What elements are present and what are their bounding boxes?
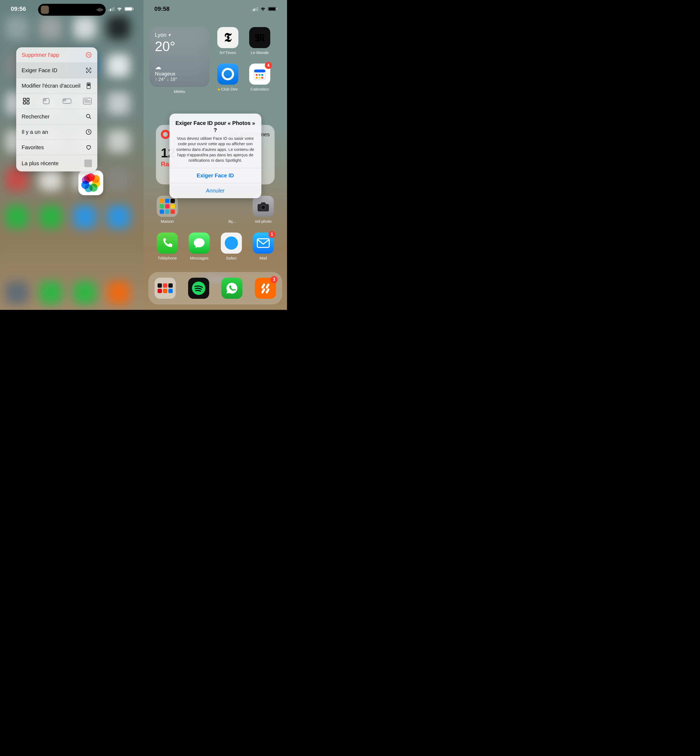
ctx-most-recent[interactable]: La plus récente [16, 155, 97, 171]
heart-icon [85, 144, 92, 150]
svg-point-34 [261, 205, 266, 210]
spotify-icon [188, 278, 209, 299]
phone-icon [157, 233, 178, 254]
svg-rect-11 [23, 102, 26, 104]
safari-icon [221, 233, 242, 254]
calendars-icon: 4 [249, 64, 270, 85]
app-lemonde[interactable]: 𝕸 Le Monde [248, 27, 272, 58]
app-nytimes[interactable]: 𝕿 NYTimes [216, 27, 240, 58]
ctx-delete-app[interactable]: Supprimer l'app [16, 47, 97, 63]
app-label: liq… [224, 219, 241, 224]
alert-confirm-button[interactable]: Exiger Face ID [169, 168, 261, 183]
folder-icon [155, 278, 176, 299]
ctx-label: Modifier l'écran d'accueil [22, 83, 81, 89]
dock-whatsapp[interactable] [220, 278, 244, 299]
ctx-year-ago[interactable]: Il y a un an [16, 124, 97, 140]
whatsapp-icon [221, 278, 242, 299]
search-icon [85, 113, 92, 120]
svg-point-2 [88, 69, 88, 70]
app-clipped-1[interactable]: liq… [224, 196, 241, 224]
app-label: Club Dev [218, 87, 238, 91]
weather-temp: 20° [155, 39, 204, 54]
wifi-icon [260, 7, 266, 11]
svg-rect-31 [256, 77, 257, 78]
svg-rect-12 [27, 102, 29, 104]
svg-rect-32 [259, 77, 260, 78]
widget-size-medium-icon[interactable] [62, 97, 72, 105]
orange-app-icon: 3 [255, 278, 276, 299]
app-safari[interactable]: Safari [219, 233, 243, 260]
widget-size-small-icon[interactable] [22, 97, 31, 105]
dock: 3 [148, 272, 282, 304]
app-label: Maison [155, 219, 179, 224]
ctx-label: Exiger Face ID [22, 67, 57, 74]
status-bar: 09:58 [144, 5, 287, 13]
svg-rect-4 [87, 83, 91, 89]
svg-rect-42 [266, 283, 270, 289]
svg-rect-25 [224, 73, 232, 75]
messages-icon [189, 233, 210, 254]
svg-rect-37 [257, 239, 269, 247]
ctx-require-faceid[interactable]: Exiger Face ID [16, 63, 97, 78]
app-calendars[interactable]: 4 Calendars [248, 64, 272, 94]
app-clubdev[interactable]: Club Dev [216, 64, 240, 94]
ctx-search[interactable]: Rechercher [16, 109, 97, 124]
svg-rect-9 [23, 98, 26, 100]
ctx-label: La plus récente [22, 160, 59, 167]
svg-rect-28 [256, 74, 257, 76]
lemonde-icon: 𝕸 [249, 27, 270, 48]
app-label: Calendars [250, 87, 269, 91]
camera-icon [253, 196, 274, 217]
wifi-icon [117, 7, 122, 11]
dock-app-orange[interactable]: 3 [253, 278, 277, 299]
badge: 3 [270, 276, 278, 283]
cellular-icon [252, 7, 258, 11]
widget-label: Météo [174, 89, 185, 94]
app-mail[interactable]: 1 Mail [252, 233, 275, 260]
weather-widget[interactable]: Lyon 20° ☁︎ Nuageux ↑ 24° ↓ 18° [150, 27, 209, 87]
weather-city: Lyon [155, 32, 204, 38]
svg-rect-33 [261, 77, 263, 78]
svg-rect-43 [261, 288, 266, 294]
context-menu: Supprimer l'app Exiger Face ID Modifier … [16, 47, 97, 171]
svg-rect-6 [89, 84, 90, 85]
weather-range: ↑ 24° ↓ 18° [155, 77, 177, 82]
apps-icon [85, 83, 92, 89]
app-label: Safari [226, 256, 236, 260]
dynamic-island[interactable] [38, 4, 106, 16]
badge: 1 [269, 231, 275, 238]
ctx-label: Supprimer l'app [22, 52, 59, 58]
status-time: 09:56 [11, 5, 26, 13]
dock-spotify[interactable] [187, 278, 211, 299]
ctx-edit-home[interactable]: Modifier l'écran d'accueil [16, 78, 97, 94]
ctx-label: Rechercher [22, 114, 50, 120]
app-label: Téléphone [158, 256, 177, 260]
app-label: reil photo [252, 219, 275, 224]
svg-rect-5 [88, 84, 88, 85]
svg-rect-29 [259, 74, 260, 76]
battery-icon [125, 7, 133, 11]
alert-title: Exiger Face ID pour « Photos » ? [169, 114, 261, 135]
now-playing-thumb [41, 6, 49, 14]
app-phone[interactable]: Téléphone [155, 233, 179, 260]
app-label: Mail [259, 256, 267, 260]
app-label: NYTimes [219, 50, 236, 55]
ctx-favorites[interactable]: Favorites [16, 140, 97, 155]
app-photos[interactable] [78, 171, 103, 195]
faceid-icon [85, 67, 92, 74]
dock-folder[interactable] [153, 278, 177, 299]
folder-maison[interactable]: Maison [155, 196, 179, 224]
widget-size-square-icon[interactable] [42, 97, 51, 105]
clubdev-icon [217, 64, 238, 85]
svg-rect-30 [261, 74, 263, 76]
app-messages[interactable]: Messages [187, 233, 211, 260]
svg-rect-16 [64, 100, 66, 101]
app-camera[interactable]: reil photo [252, 196, 275, 224]
recent-photo-thumb [84, 160, 92, 167]
photos-icon [81, 173, 100, 192]
widget-size-large-icon[interactable] [83, 97, 92, 105]
alert-cancel-button[interactable]: Annuler [169, 183, 261, 198]
svg-rect-14 [44, 99, 46, 101]
minus-circle-icon [85, 52, 92, 58]
system-alert: Exiger Face ID pour « Photos » ? Vous de… [169, 114, 261, 198]
